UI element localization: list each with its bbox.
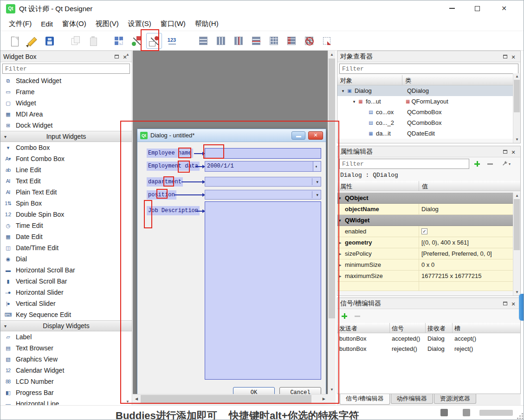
menu-help[interactable]: 帮助(H) xyxy=(190,18,223,30)
widget-box-item[interactable]: ▧ Graphics View xyxy=(0,354,132,365)
signal-cell[interactable]: accepted() xyxy=(390,335,426,342)
property-value[interactable] xyxy=(419,215,520,226)
float-button[interactable] xyxy=(501,148,509,155)
save-form-icon[interactable] xyxy=(41,33,57,49)
mdi-vertical-scrollbar[interactable]: ▲ ▼ xyxy=(328,51,336,394)
dialog-titlebar[interactable]: Qt Dialog - untitled* xyxy=(137,129,326,142)
scroll-up-icon[interactable]: ▲ xyxy=(330,53,334,57)
property-row[interactable]: QObject xyxy=(337,193,520,204)
widget-box-item[interactable]: –● Horizontal Slider xyxy=(0,287,132,298)
widget-box-item[interactable]: ◉ Dial xyxy=(0,253,132,265)
widget-box-item[interactable]: ▬ Horizontal Scroll Bar xyxy=(0,265,132,276)
close-dock-button[interactable] xyxy=(509,300,518,307)
dialog-minimize-button[interactable] xyxy=(291,131,305,140)
scrollbar-thumb[interactable] xyxy=(329,58,335,318)
widget-box-item[interactable]: 1⇅ Spin Box xyxy=(0,198,132,209)
label-dapartment[interactable]: dapartment xyxy=(147,177,183,187)
scroll-down-icon[interactable]: ▼ xyxy=(515,138,519,142)
scrollbar-thumb[interactable] xyxy=(514,80,520,112)
spinner-icon[interactable] xyxy=(313,162,321,171)
property-value[interactable]: ✓ xyxy=(419,226,520,237)
widget-box-item[interactable]: ▦ Date Edit xyxy=(0,231,132,242)
remove-connection-button[interactable] xyxy=(352,311,362,321)
edit-tab-order-icon[interactable] xyxy=(164,33,180,49)
property-value[interactable]: [Preferred, Preferred, 0, 0] xyxy=(419,248,520,259)
scroll-down-icon[interactable]: ▼ xyxy=(126,400,129,404)
float-button[interactable] xyxy=(501,53,509,60)
expander-icon[interactable]: ▾ xyxy=(351,99,357,104)
layout-splitter-horizontal-icon[interactable] xyxy=(231,33,246,49)
property-editor-scrollbar[interactable]: ▲ ▼ xyxy=(513,193,520,296)
float-button[interactable] xyxy=(112,53,121,60)
widget-box-item[interactable]: ⌨ Key Sequence Edit xyxy=(0,309,132,320)
receiver-cell[interactable]: Dialog xyxy=(426,335,453,342)
widget-box-item[interactable]: 88 LCD Number xyxy=(0,376,132,387)
widget-box-item[interactable]: AI Text Edit xyxy=(0,175,132,187)
menu-settings[interactable]: 设置(S) xyxy=(123,18,156,30)
label-employment-data[interactable]: Employment data xyxy=(147,162,200,171)
table-row[interactable]: buttonBox accepted() Dialog accept() xyxy=(337,333,520,343)
menu-window[interactable]: 窗口(W) xyxy=(156,18,190,30)
column-header-property[interactable]: 属性 xyxy=(337,181,419,191)
widget-box-item[interactable]: ⧉ Stacked Widget xyxy=(0,75,132,86)
widget-box-item[interactable]: ab Line Edit xyxy=(0,164,132,175)
tree-row[interactable]: ▦ da...it QDateEdit xyxy=(337,128,520,139)
dock-tab[interactable]: 信号/槽编辑器 xyxy=(340,394,390,405)
label-position[interactable]: position xyxy=(147,190,176,200)
scrollbar-thumb[interactable] xyxy=(514,199,520,250)
property-value[interactable]: Dialog xyxy=(419,204,520,214)
scroll-left-icon[interactable]: ◀ xyxy=(135,397,138,401)
column-header-value[interactable]: 值 xyxy=(419,181,520,191)
close-button[interactable] xyxy=(492,0,517,16)
layout-splitter-vertical-icon[interactable] xyxy=(248,33,264,49)
column-header-slot[interactable]: 槽 xyxy=(453,323,520,333)
signal-cell[interactable]: rejected() xyxy=(390,345,426,352)
widget-box-item[interactable]: ▦ MDI Area xyxy=(0,109,132,120)
widget-box-item[interactable]: |● Vertical Slider xyxy=(0,298,132,309)
object-inspector-filter-input[interactable] xyxy=(339,64,518,74)
property-row[interactable]: objectName Dialog xyxy=(337,204,520,215)
object-inspector-scrollbar[interactable]: ▲ ▼ xyxy=(513,73,520,143)
property-value[interactable]: [(0, 0), 400 x 561] xyxy=(419,237,520,248)
widget-box-item[interactable]: ▱ Label xyxy=(0,331,132,342)
scroll-up-icon[interactable]: ▲ xyxy=(126,52,129,57)
column-header-sender[interactable]: 发送者 xyxy=(337,323,390,333)
layout-horizontal-icon[interactable] xyxy=(213,33,229,49)
sender-cell[interactable]: buttonBox xyxy=(337,345,390,352)
column-header-class[interactable]: 类 xyxy=(402,75,520,85)
float-button[interactable] xyxy=(501,300,509,307)
column-header-object[interactable]: 对象 xyxy=(337,75,402,85)
mdi-horizontal-scrollbar[interactable]: ◀ ▶ xyxy=(133,394,328,403)
tree-row[interactable]: ▾ ▦ fo...ut ▦ QFormLayout xyxy=(337,96,520,107)
edit-buddies-icon[interactable] xyxy=(146,33,162,49)
property-row[interactable]: geometry [(0, 0), 400 x 561] xyxy=(337,237,520,248)
tree-row[interactable]: ▾ ▣ Dialog QDialog xyxy=(337,85,520,96)
menu-edit[interactable]: Edit xyxy=(36,18,58,30)
add-property-button[interactable] xyxy=(472,159,482,168)
widget-box-item[interactable]: AI Plain Text Edit xyxy=(0,187,132,198)
widget-box-item[interactable]: ◷ Time Edit xyxy=(0,220,132,231)
property-row[interactable] xyxy=(337,282,520,291)
property-row[interactable]: QWidget xyxy=(337,215,520,226)
menu-file[interactable]: 文件(F) xyxy=(4,18,36,30)
property-filter-input[interactable] xyxy=(339,159,469,169)
menu-view[interactable]: 视图(V) xyxy=(91,18,123,30)
menu-form[interactable]: 窗体(O) xyxy=(58,18,91,30)
layout-grid-icon[interactable] xyxy=(266,33,282,49)
column-header-receiver[interactable]: 接收者 xyxy=(426,323,453,333)
scrollbar-thumb[interactable] xyxy=(141,395,311,403)
scroll-up-icon[interactable]: ▲ xyxy=(515,194,519,198)
widget-box-item[interactable]: 1.2 Double Spin Box xyxy=(0,209,132,220)
property-row[interactable]: enabled ✓ xyxy=(337,226,520,237)
dapartment-combobox[interactable] xyxy=(205,177,321,187)
scroll-up-icon[interactable]: ▲ xyxy=(515,75,519,78)
dock-tab[interactable]: 动作编辑器 xyxy=(391,394,433,404)
widget-box-item[interactable]: Input Widgets xyxy=(0,131,132,142)
property-value[interactable] xyxy=(419,193,520,203)
property-value[interactable]: 0 x 0 xyxy=(419,259,520,270)
layout-vertical-icon[interactable] xyxy=(195,33,211,49)
dock-tab[interactable]: 资源浏览器 xyxy=(434,394,476,404)
slot-cell[interactable]: reject() xyxy=(453,345,520,352)
property-row[interactable]: maximumSize 16777215 x 16777215 xyxy=(337,271,520,282)
open-form-icon[interactable] xyxy=(24,33,39,49)
